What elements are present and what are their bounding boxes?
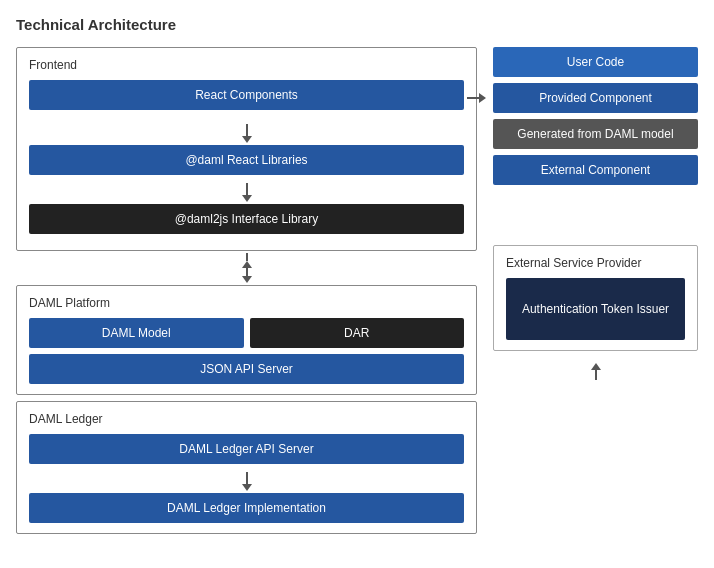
react-btn-wrap: React Components [29, 80, 464, 116]
bi-line-2 [246, 268, 248, 276]
left-column: Frontend React Components @daml React Li… [16, 47, 477, 534]
v-line-1 [246, 124, 248, 136]
tip-down-1 [242, 136, 252, 143]
arrow-down-3 [29, 470, 464, 493]
daml-react-btn: @daml React Libraries [29, 145, 464, 175]
v-line-3 [246, 472, 248, 484]
daml-platform-row: DAML Model DAR [29, 318, 464, 348]
frontend-box: Frontend React Components @daml React Li… [16, 47, 477, 251]
arrow-line-h [467, 97, 479, 99]
spacer [493, 195, 698, 235]
page-title: Technical Architecture [16, 16, 698, 33]
tip-down-2 [242, 195, 252, 202]
arrow-tip-right [479, 93, 486, 103]
frontend-label: Frontend [29, 58, 464, 72]
ext-arrow-up [493, 363, 698, 380]
bi-arrow-1 [16, 253, 477, 283]
daml-platform-label: DAML Platform [29, 296, 464, 310]
json-api-btn: JSON API Server [29, 354, 464, 384]
legend-external-component: External Component [493, 155, 698, 185]
bi-tip-down-1 [242, 276, 252, 283]
legend-provided-component: Provided Component [493, 83, 698, 113]
react-right-arrow [467, 93, 486, 103]
daml-model-btn: DAML Model [29, 318, 244, 348]
bi-line-1 [246, 253, 248, 261]
auth-token-btn: Authentication Token Issuer [506, 278, 685, 340]
ext-arrow-connector [591, 363, 601, 380]
ext-v-line [595, 370, 597, 380]
bi-tip-up-1 [242, 261, 252, 268]
daml-ledger-api-btn: DAML Ledger API Server [29, 434, 464, 464]
ext-service-label: External Service Provider [506, 256, 685, 270]
tip-down-3 [242, 484, 252, 491]
tip-up-ext [591, 363, 601, 370]
diagram-container: Frontend React Components @daml React Li… [16, 47, 698, 534]
legend-generated: Generated from DAML model [493, 119, 698, 149]
dar-btn: DAR [250, 318, 465, 348]
arrow-down-2 [29, 181, 464, 204]
external-service-box: External Service Provider Authentication… [493, 245, 698, 351]
daml-ledger-label: DAML Ledger [29, 412, 464, 426]
daml-ledger-impl-btn: DAML Ledger Implementation [29, 493, 464, 523]
react-row: React Components [29, 80, 464, 116]
daml-ledger-box: DAML Ledger DAML Ledger API Server DAML … [16, 401, 477, 534]
legend: User Code Provided Component Generated f… [493, 47, 698, 185]
arrow-down-1 [29, 122, 464, 145]
legend-user-code: User Code [493, 47, 698, 77]
daml2js-btn: @daml2js Interface Library [29, 204, 464, 234]
daml-platform-box: DAML Platform DAML Model DAR JSON API Se… [16, 285, 477, 395]
react-components-btn: React Components [29, 80, 464, 110]
v-line-2 [246, 183, 248, 195]
right-column: User Code Provided Component Generated f… [493, 47, 698, 380]
